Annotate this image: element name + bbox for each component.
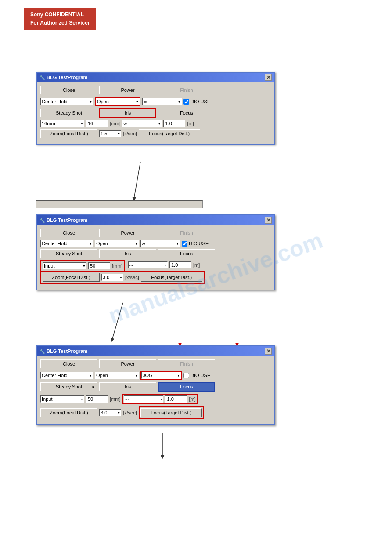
dialog3-title: BLG TestProgram bbox=[47, 348, 87, 354]
dialog2-dropdown3-wrap: ∞ bbox=[140, 240, 180, 247]
dialog1-dropdown1[interactable]: Center Hold bbox=[40, 98, 93, 105]
dialog3-ctrl-row4: Zoom(Focal Dist.) 3.0 [x/sec] Focus(Targ… bbox=[40, 406, 271, 419]
dialog2-mm-unit: [mm] bbox=[112, 263, 122, 268]
progress-bar bbox=[36, 200, 203, 208]
dialog1-ctrl-row1: Center Hold Open ∞ DIO USE bbox=[40, 97, 271, 106]
dialog2-focus-btn[interactable]: Focus bbox=[158, 249, 215, 258]
dialog1-zoom-focal-btn[interactable]: Zoom(Focal Dist.) bbox=[40, 129, 97, 138]
dialog2-focus-target-btn[interactable]: Focus(Target Dist.) bbox=[141, 273, 202, 282]
dialog2-focus-select[interactable]: ∞ bbox=[128, 261, 168, 268]
svg-line-1 bbox=[112, 303, 123, 340]
steady-shot-indicator: ► bbox=[92, 385, 95, 389]
dialog1-focus-target-btn[interactable]: Focus(Target Dist.) bbox=[139, 129, 200, 138]
dialog3-xsec-select[interactable]: 3.0 bbox=[99, 409, 121, 416]
dialog1-finish-button[interactable]: Finish bbox=[158, 86, 215, 94]
dialog2-power-button[interactable]: Power bbox=[99, 229, 156, 237]
dialog3-dropdown1[interactable]: Center Hold bbox=[40, 372, 93, 379]
dialog2-dropdown1[interactable]: Center Hold bbox=[40, 240, 93, 247]
dialog2-zoom-select[interactable]: Input bbox=[43, 262, 86, 269]
dialog2-dropdown1-wrap: Center Hold bbox=[40, 240, 93, 247]
dialog3-body: Close Power Finish Center Hold Open JOG bbox=[37, 356, 274, 424]
dialog2-focus-select-wrap: ∞ bbox=[128, 261, 168, 268]
dialog3-m-unit: [m] bbox=[189, 396, 195, 402]
dialog3-zoom-select[interactable]: Input bbox=[40, 395, 84, 403]
dialog1-zoom-select-wrap: 16mm bbox=[40, 120, 84, 127]
dialog3-mm-unit: [mm] bbox=[110, 396, 120, 402]
dialog2-body: Close Power Finish Center Hold Open ∞ bbox=[37, 225, 274, 290]
dialog1-title: BLG TestProgram bbox=[47, 75, 87, 80]
dialog2-zoom-select-wrap: Input bbox=[43, 262, 86, 269]
dialog2-title: BLG TestProgram bbox=[47, 218, 87, 223]
dialog2-finish-button[interactable]: Finish bbox=[158, 229, 215, 237]
dialog3-titlebar: 🔧 BLG TestProgram ✕ bbox=[37, 346, 274, 356]
sony-banner: Sony CONFIDENTIAL For Authorized Service… bbox=[24, 8, 96, 30]
dialog3-focus-select-wrap: ∞ bbox=[124, 395, 163, 403]
dialog2-close-button[interactable]: Close bbox=[40, 229, 97, 237]
banner-line2: For Authorized Servicer bbox=[30, 19, 90, 27]
dialog3-dropdown1-wrap: Center Hold bbox=[40, 372, 93, 379]
dialog1-steady-shot-btn[interactable]: Steady Shot bbox=[40, 109, 97, 117]
dialog3-dropdown2-wrap: Open bbox=[95, 372, 139, 379]
dialog1-close-button[interactable]: Close bbox=[40, 86, 97, 94]
dialog1-dio-use-label[interactable]: DIO USE bbox=[183, 99, 210, 105]
dialog2-dropdown3[interactable]: ∞ bbox=[140, 240, 180, 247]
dialog2-dist-input[interactable] bbox=[169, 261, 191, 268]
dialog3-steady-shot-btn[interactable]: Steady Shot ► bbox=[40, 382, 97, 391]
dialog1-dropdown1-wrap: Center Hold bbox=[40, 98, 93, 105]
dialog2-steady-shot-btn[interactable]: Steady Shot bbox=[40, 249, 97, 258]
dialog3-power-button[interactable]: Power bbox=[99, 359, 156, 368]
dialog3-iris-btn[interactable]: Iris bbox=[99, 382, 156, 391]
dialog1-focus-btn[interactable]: Focus bbox=[158, 109, 215, 117]
dialog3-finish-button[interactable]: Finish bbox=[158, 359, 215, 368]
dialog2-zoom-focal-btn[interactable]: Zoom(Focal Dist.) bbox=[43, 273, 100, 282]
dialog1-dist-input[interactable] bbox=[163, 120, 185, 127]
dialog3-dist-input[interactable] bbox=[165, 395, 187, 403]
dialog3-ctrl-row1: Center Hold Open JOG DIO USE bbox=[40, 371, 271, 380]
dialog2-xsec-unit: [x/sec] bbox=[125, 275, 139, 280]
dialog2-dropdown2[interactable]: Open bbox=[95, 240, 139, 247]
arrow1 bbox=[127, 160, 154, 203]
dialog3-btn-row: Close Power Finish bbox=[40, 359, 271, 368]
dialog1-iris-btn[interactable]: Iris bbox=[99, 108, 156, 118]
dialog3-focus-target-btn[interactable]: Focus(Target Dist.) bbox=[140, 408, 202, 417]
dialog1-ctrl-row4: Zoom(Focal Dist.) 1.5 [x/sec] Focus(Targ… bbox=[40, 129, 271, 138]
dialog1-titlebar: 🔧 BLG TestProgram ✕ bbox=[37, 73, 274, 82]
dialog3-dropdown2[interactable]: Open bbox=[95, 372, 139, 379]
dialog1-dropdown2[interactable]: Open bbox=[96, 98, 140, 105]
dialog3-close-btn[interactable]: ✕ bbox=[265, 348, 272, 355]
dialog3-dropdown3[interactable]: JOG bbox=[141, 372, 181, 379]
dialog2-xsec-select[interactable]: 3.0 bbox=[101, 274, 123, 281]
dialog2-dio-use-label[interactable]: DIO USE bbox=[182, 241, 209, 247]
dialog1-zoom-select[interactable]: 16mm bbox=[40, 120, 84, 127]
dialog3-zoom-select-wrap: Input bbox=[40, 395, 84, 403]
dialog1-power-button[interactable]: Power bbox=[99, 86, 156, 94]
dialog2-ctrl-row3: Input [mm] bbox=[40, 260, 125, 272]
dialog2-ctrl-row3b: ∞ [m] bbox=[128, 261, 271, 268]
dialog1-dio-use-checkbox[interactable] bbox=[183, 99, 189, 105]
dialog3-dio-use-checkbox[interactable] bbox=[183, 373, 189, 378]
dialog1-focal-input[interactable] bbox=[86, 120, 108, 127]
dialog1-dropdown3[interactable]: ∞ bbox=[142, 98, 182, 105]
dialog2-close-btn[interactable]: ✕ bbox=[265, 217, 272, 224]
dialog3-xsec-wrap: 3.0 bbox=[99, 409, 121, 416]
dialog3-close-button[interactable]: Close bbox=[40, 359, 97, 368]
dialog2-iris-btn[interactable]: Iris bbox=[99, 249, 156, 258]
dialog3-dio-use-label[interactable]: DIO USE bbox=[183, 373, 210, 378]
dialog2-dio-use-checkbox[interactable] bbox=[182, 241, 187, 247]
dialog2-xsec-wrap: 3.0 bbox=[101, 274, 123, 281]
dialog3-focal-input[interactable] bbox=[86, 395, 108, 403]
dialog3-dropdown3-wrap: JOG bbox=[140, 371, 182, 380]
dialog1-ctrl-row2: Steady Shot Iris Focus bbox=[40, 108, 271, 118]
dialog3-focus-btn[interactable]: Focus bbox=[158, 382, 215, 392]
dialog2-titlebar: 🔧 BLG TestProgram ✕ bbox=[37, 215, 274, 225]
dialog1-xsec-select[interactable]: 1.5 bbox=[99, 130, 121, 137]
dialog3-focus-section: ∞ [m] bbox=[122, 394, 197, 404]
dialog1-focus-select-wrap: ∞ bbox=[122, 120, 162, 127]
dialog1-m-unit: [m] bbox=[187, 121, 194, 126]
dialog3-focus-select[interactable]: ∞ bbox=[124, 395, 163, 403]
dialog3-zoom-focal-btn[interactable]: Zoom(Focal Dist.) bbox=[40, 408, 97, 417]
dialog1-focus-select[interactable]: ∞ bbox=[122, 120, 162, 127]
dialog1-close-btn[interactable]: ✕ bbox=[265, 74, 272, 81]
dialog2-ctrl-row2: Steady Shot Iris Focus bbox=[40, 249, 271, 258]
dialog2-focal-input[interactable] bbox=[88, 262, 110, 269]
